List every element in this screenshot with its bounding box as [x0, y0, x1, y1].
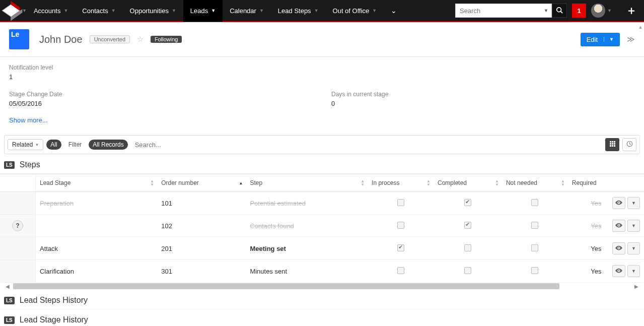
scrollbar-thumb[interactable]: [13, 283, 559, 289]
table-row[interactable]: Attack201Meeting setYes▼: [0, 237, 644, 260]
search-input[interactable]: [455, 4, 541, 18]
quick-add-button[interactable]: ＋: [619, 3, 644, 18]
col-step[interactable]: Step▲▼: [246, 174, 368, 192]
col-not-needed[interactable]: Not needed▲▼: [502, 174, 568, 192]
cell-required: Yes: [568, 237, 609, 260]
related-dropdown[interactable]: Related ▼: [8, 139, 43, 150]
collapse-panel-icon[interactable]: ≫: [627, 35, 635, 44]
cell-not-needed: [502, 237, 568, 260]
field-label: Notification level: [9, 64, 331, 71]
search-button[interactable]: [552, 4, 567, 18]
caret-down-icon: ▼: [35, 143, 39, 147]
nav-label: Out of Office: [333, 7, 370, 15]
show-more-link[interactable]: Show more...: [9, 113, 48, 128]
scroll-right-icon[interactable]: ▶: [633, 283, 640, 290]
caret-down-icon: ▼: [631, 201, 636, 206]
checkbox[interactable]: [531, 244, 538, 251]
app-logo[interactable]: [0, 0, 22, 22]
cell-required: Yes: [568, 192, 609, 215]
nav-item-out-of-office[interactable]: Out of Office ▼: [326, 0, 384, 22]
sort-icon: ▲▼: [561, 179, 565, 186]
scroll-up-icon[interactable]: ▲: [638, 24, 643, 30]
checkbox[interactable]: [397, 222, 404, 229]
user-menu-caret-icon[interactable]: ▼: [607, 8, 612, 13]
checkbox[interactable]: [531, 267, 538, 274]
caret-down-icon: ▼: [211, 8, 216, 13]
top-navbar: ▼ Accounts ▼Contacts ▼Opportunities ▼Lea…: [0, 0, 644, 22]
edit-button[interactable]: Edit ▼: [581, 33, 620, 46]
table-row[interactable]: Clarification301Minutes sentYes▼: [0, 260, 644, 283]
col-label: Not needed: [506, 179, 537, 186]
nav-more[interactable]: ⌄: [384, 7, 404, 15]
eye-icon: [615, 222, 622, 229]
main-nav: Accounts ▼Contacts ▼Opportunities ▼Leads…: [27, 0, 384, 22]
following-tag[interactable]: Following: [151, 36, 182, 43]
section-lead-stage-history[interactable]: LS Lead Stage History: [0, 309, 644, 326]
row-menu-button[interactable]: ▼: [627, 197, 640, 209]
scroll-left-icon[interactable]: ◀: [4, 283, 11, 290]
filter-all-pill[interactable]: All: [46, 140, 61, 150]
row-menu-button[interactable]: ▼: [627, 265, 640, 277]
nav-label: Opportunities: [130, 7, 169, 15]
row-menu-button[interactable]: ▼: [627, 220, 640, 232]
history-view-button[interactable]: [622, 138, 636, 151]
col-required[interactable]: Required: [568, 174, 609, 192]
favorite-star-icon[interactable]: ☆: [137, 35, 144, 44]
cell-in-process: [368, 237, 434, 260]
checkbox[interactable]: [531, 199, 538, 206]
checkbox[interactable]: [531, 222, 538, 229]
grid-view-button[interactable]: [605, 138, 619, 151]
cell-completed: [434, 215, 502, 237]
steps-table: Lead Stage▲▼ Order number▲ Step▲▼ In pro…: [0, 174, 644, 283]
col-in-process[interactable]: In process▲▼: [368, 174, 434, 192]
logo-caret-icon[interactable]: ▼: [22, 8, 27, 13]
cell-completed: [434, 192, 502, 215]
table-row[interactable]: Preparation101Potential estimatedYes▼: [0, 192, 644, 215]
checkbox[interactable]: [464, 244, 471, 251]
filter-search-input[interactable]: [131, 139, 602, 151]
checkbox[interactable]: [464, 222, 471, 229]
preview-button[interactable]: [612, 220, 625, 232]
horizontal-scrollbar[interactable]: ◀ ▶: [4, 283, 640, 290]
preview-button[interactable]: [612, 197, 625, 209]
info-icon[interactable]: ?: [12, 220, 23, 231]
nav-item-opportunities[interactable]: Opportunities ▼: [123, 0, 183, 22]
checkbox[interactable]: [464, 267, 471, 274]
cell-in-process: [368, 215, 434, 237]
row-gutter: [0, 192, 35, 215]
nav-item-calendar[interactable]: Calendar ▼: [223, 0, 271, 22]
notification-badge[interactable]: 1: [572, 4, 586, 18]
user-avatar[interactable]: [591, 4, 605, 18]
caret-down-icon: ▼: [259, 8, 264, 13]
caret-down-icon: ▼: [631, 223, 636, 228]
section-badge: LS: [4, 161, 15, 169]
checkbox[interactable]: [464, 199, 471, 206]
table-row[interactable]: ?102Contacts foundYes▼: [0, 215, 644, 237]
sort-icon: ▲▼: [495, 179, 499, 186]
related-filter-bar: Related ▼ All Filter All Records: [4, 135, 640, 154]
checkbox[interactable]: [397, 199, 404, 206]
col-completed[interactable]: Completed▲▼: [434, 174, 502, 192]
nav-label: Contacts: [82, 7, 108, 15]
caret-down-icon: ▼: [63, 8, 68, 13]
search-scope-dropdown[interactable]: ▼: [541, 4, 552, 18]
filter-all-records-pill[interactable]: All Records: [89, 140, 127, 150]
section-badge: LS: [4, 316, 15, 324]
section-steps-header[interactable]: LS Steps: [0, 154, 644, 173]
field-value: 0: [331, 100, 388, 107]
row-menu-button[interactable]: ▼: [627, 242, 640, 254]
checkbox[interactable]: [397, 244, 404, 251]
preview-button[interactable]: [612, 242, 625, 254]
nav-item-contacts[interactable]: Contacts ▼: [75, 0, 122, 22]
nav-item-lead-steps[interactable]: Lead Steps ▼: [271, 0, 326, 22]
section-lead-steps-history[interactable]: LS Lead Steps History: [0, 290, 644, 309]
nav-item-accounts[interactable]: Accounts ▼: [27, 0, 75, 22]
col-order-number[interactable]: Order number▲: [157, 174, 246, 192]
preview-button[interactable]: [612, 265, 625, 277]
edit-dropdown-caret-icon[interactable]: ▼: [604, 37, 614, 42]
checkbox[interactable]: [397, 267, 404, 274]
cell-not-needed: [502, 260, 568, 283]
col-actions: [608, 174, 644, 192]
col-lead-stage[interactable]: Lead Stage▲▼: [35, 174, 157, 192]
nav-item-leads[interactable]: Leads ▼: [183, 0, 223, 22]
